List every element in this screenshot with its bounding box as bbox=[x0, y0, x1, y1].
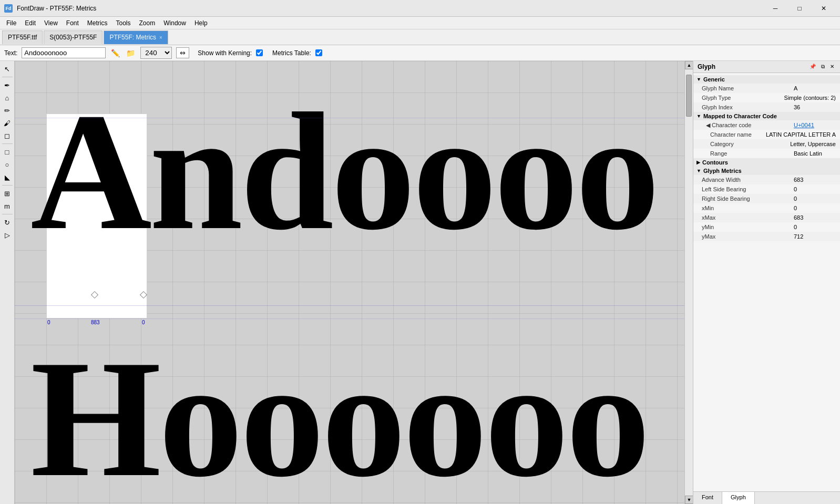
tool-brush[interactable]: 🖌 bbox=[2, 117, 13, 129]
scroll-track[interactable] bbox=[685, 69, 693, 496]
right-panel-header: Glyph 📌 ⧉ ✕ bbox=[693, 61, 840, 73]
tool-metrics[interactable]: m bbox=[2, 200, 13, 212]
canvas-content: Andoooo Hoooooo 0 883 0 bbox=[15, 61, 684, 504]
panel-controls: 📌 ⧉ ✕ bbox=[808, 63, 836, 70]
section-contours[interactable]: ▶ Contours bbox=[693, 158, 840, 167]
prop-glyph-index: Glyph Index 36 bbox=[693, 102, 840, 112]
prop-char-name: Character name LATIN CAPITAL LETTER A bbox=[693, 130, 840, 139]
tool-eraser[interactable]: ◻ bbox=[2, 130, 13, 141]
prop-left-side-bearing: Left Side Bearing 0 bbox=[693, 184, 840, 194]
scroll-up-button[interactable]: ▲ bbox=[685, 61, 693, 69]
tool-rotate[interactable]: ↻ bbox=[2, 217, 13, 228]
tool-separator-1 bbox=[2, 77, 13, 77]
folder-icon[interactable]: 📁 bbox=[125, 48, 136, 58]
section-generic-label: Generic bbox=[703, 76, 725, 83]
prop-glyph-name: Glyph Name A bbox=[693, 84, 840, 93]
tool-separator-3 bbox=[2, 185, 13, 186]
section-mapped-label: Mapped to Character Code bbox=[703, 113, 777, 119]
panel-pin-button[interactable]: 📌 bbox=[808, 63, 817, 70]
canvas-area[interactable]: Andoooo Hoooooo 0 883 0 bbox=[15, 61, 684, 504]
prop-advance-width: Advance Width 683 bbox=[693, 175, 840, 184]
charcode-value[interactable]: U+0041 bbox=[794, 122, 836, 128]
glyph-index-value: 36 bbox=[794, 104, 836, 110]
window-controls: ─ □ ✕ bbox=[763, 0, 836, 17]
app-icon: Fd bbox=[4, 4, 13, 13]
baseline-line-1 bbox=[15, 305, 684, 306]
tool-ellipse[interactable]: ○ bbox=[2, 159, 13, 170]
minimize-button[interactable]: ─ bbox=[763, 0, 787, 17]
canvas-scroll: Andoooo Hoooooo 0 883 0 bbox=[15, 61, 684, 504]
xmax-label: xMax bbox=[702, 214, 794, 221]
scroll-down-button[interactable]: ▼ bbox=[685, 496, 693, 504]
metrics-table-checkbox[interactable] bbox=[315, 49, 322, 56]
tool-corner[interactable]: ◣ bbox=[2, 171, 13, 183]
menu-item-view[interactable]: View bbox=[40, 18, 62, 28]
tool-arrow-right[interactable]: ▷ bbox=[2, 229, 13, 241]
ymax-label: yMax bbox=[702, 233, 794, 240]
menu-item-metrics[interactable]: Metrics bbox=[83, 18, 112, 28]
menu-item-help[interactable]: Help bbox=[190, 18, 212, 28]
number-label-0-right: 0 bbox=[142, 320, 145, 325]
charcode-section-label: ◀ Character code bbox=[706, 122, 794, 129]
zoom-select[interactable]: 240 120 60 480 bbox=[140, 47, 172, 59]
range-value: Basic Latin bbox=[794, 150, 836, 157]
prop-xmin: xMin 0 bbox=[693, 203, 840, 213]
tab-bar: PTF55F.ttfS(0053)-PTF55FPTF55F: Metrics× bbox=[0, 29, 840, 45]
prop-range: Range Basic Latin bbox=[693, 149, 840, 158]
menu-item-tools[interactable]: Tools bbox=[112, 18, 135, 28]
tool-pointer[interactable]: ↖ bbox=[2, 63, 13, 75]
tool-separator-2 bbox=[2, 143, 13, 144]
menu-item-file[interactable]: File bbox=[2, 18, 21, 28]
title-left: Fd FontDraw - PTF55F: Metrics bbox=[4, 4, 96, 13]
main-layout: ↖ ✒ ⌂ ✏ 🖌 ◻ □ ○ ◣ ⊞ m ↻ ▷ Andoooo bbox=[0, 61, 840, 504]
xmin-value: 0 bbox=[794, 205, 836, 211]
tab-close-2[interactable]: × bbox=[159, 35, 162, 40]
panel-tab-glyph[interactable]: Glyph bbox=[722, 492, 755, 504]
section-glyph-metrics[interactable]: ▼ Glyph Metrics bbox=[693, 167, 840, 175]
section-mapped[interactable]: ▼ Mapped to Character Code bbox=[693, 112, 840, 120]
vertical-scrollbar[interactable]: ▲ ▼ bbox=[684, 61, 693, 504]
prop-glyph-type: Glyph Type Simple (contours: 2) bbox=[693, 93, 840, 102]
menu-item-edit[interactable]: Edit bbox=[21, 18, 40, 28]
prop-ymax: yMax 712 bbox=[693, 232, 840, 241]
panel-tab-font[interactable]: Font bbox=[693, 492, 722, 504]
glyph-index-label: Glyph Index bbox=[702, 104, 794, 110]
property-tree: ▼ Generic Glyph Name A Glyph Type Simple… bbox=[693, 73, 840, 491]
prop-xmax: xMax 683 bbox=[693, 213, 840, 222]
glyph-name-value: A bbox=[794, 85, 836, 91]
kerning-checkbox[interactable] bbox=[256, 49, 263, 56]
tool-pencil[interactable]: ✏ bbox=[2, 105, 13, 116]
tool-knife[interactable]: ⌂ bbox=[2, 92, 13, 104]
edit-icon[interactable]: ✏️ bbox=[110, 48, 121, 58]
panel-float-button[interactable]: ⧉ bbox=[819, 63, 826, 70]
tab-2[interactable]: PTF55F: Metrics× bbox=[104, 30, 168, 44]
kerning-label: Show with Kerning: bbox=[198, 49, 252, 57]
advance-width-value: 683 bbox=[794, 177, 836, 183]
ymin-value: 0 bbox=[794, 224, 836, 230]
zoom-fit-button[interactable]: ⇔ bbox=[176, 47, 189, 58]
category-label: Category bbox=[710, 141, 790, 147]
close-button[interactable]: ✕ bbox=[812, 0, 836, 17]
menu-item-font[interactable]: Font bbox=[62, 18, 83, 28]
tool-separator-4 bbox=[2, 214, 13, 214]
menu-item-window[interactable]: Window bbox=[159, 18, 190, 28]
number-label-883: 883 bbox=[91, 320, 100, 325]
tab-0[interactable]: PTF55F.ttf bbox=[2, 30, 43, 44]
section-glyph-metrics-label: Glyph Metrics bbox=[703, 168, 742, 174]
panel-close-button[interactable]: ✕ bbox=[828, 63, 836, 70]
maximize-button[interactable]: □ bbox=[787, 0, 812, 17]
tab-1[interactable]: S(0053)-PTF55F bbox=[44, 30, 103, 44]
ymax-value: 712 bbox=[794, 233, 836, 240]
scroll-thumb[interactable] bbox=[686, 75, 692, 117]
menu-item-zoom[interactable]: Zoom bbox=[135, 18, 160, 28]
tool-pen[interactable]: ✒ bbox=[2, 79, 13, 91]
title-text: FontDraw - PTF55F: Metrics bbox=[17, 5, 96, 12]
section-generic[interactable]: ▼ Generic bbox=[693, 75, 840, 84]
tool-grid[interactable]: ⊞ bbox=[2, 188, 13, 199]
glyph-name-label: Glyph Name bbox=[702, 85, 794, 91]
left-side-bearing-value: 0 bbox=[794, 186, 836, 192]
large-text-display-2: Hoooooo bbox=[30, 334, 648, 502]
tool-rectangle[interactable]: □ bbox=[2, 146, 13, 158]
text-input[interactable] bbox=[22, 47, 106, 58]
right-panel: Glyph 📌 ⧉ ✕ ▼ Generic Glyph Name A Glyph… bbox=[693, 61, 840, 504]
